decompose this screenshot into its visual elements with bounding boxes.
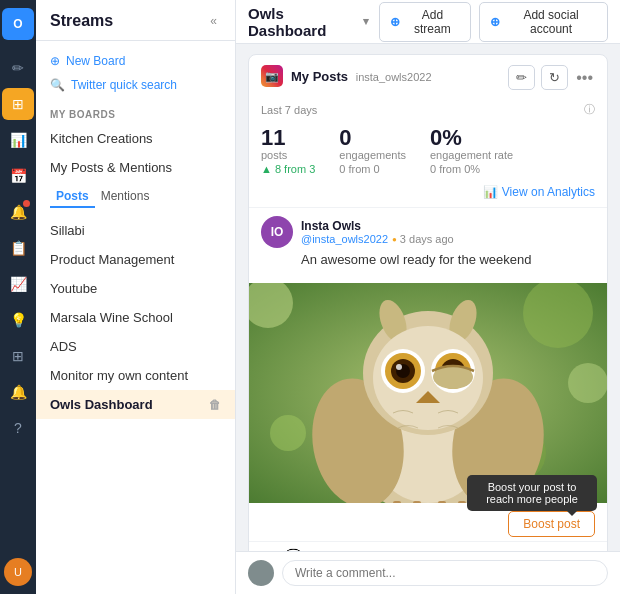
topbar-chevron-icon[interactable]: ▾ <box>363 15 369 28</box>
feed-area: 📷 My Posts insta_owls2022 ✏ ↻ ••• <box>236 44 620 551</box>
plus-icon: ⊕ <box>390 15 400 29</box>
comment-input[interactable] <box>282 560 608 586</box>
calendar-icon[interactable]: 📅 <box>2 160 34 192</box>
trending-icon[interactable]: 📈 <box>2 268 34 300</box>
post-time: ● 3 days ago <box>392 233 454 245</box>
app-logo[interactable]: O <box>2 8 34 40</box>
topbar: Owls Dashboard ▾ ⊕ Add stream ⊕ Add soci… <box>236 0 620 44</box>
tab-mentions[interactable]: Mentions <box>95 186 156 208</box>
grid-icon[interactable]: ⊞ <box>2 88 34 120</box>
stats-area: Last 7 days ⓘ 11 posts ▲ 8 from 3 0 enga… <box>249 98 607 208</box>
clipboard-icon[interactable]: 📋 <box>2 232 34 264</box>
sidebar-actions: ⊕ New Board 🔍 Twitter quick search <box>36 41 235 101</box>
post-image <box>248 283 608 503</box>
sidebar-item-youtube[interactable]: Youtube <box>36 274 235 303</box>
boost-tooltip: Boost your post to reach more people <box>467 475 597 511</box>
tab-posts[interactable]: Posts <box>50 186 95 208</box>
stat-posts: 11 posts ▲ 8 from 3 <box>261 125 315 175</box>
post-content: IO Insta Owls @insta_owls2022 ● 3 days a… <box>249 208 607 283</box>
edit-icon[interactable]: ✏ <box>2 52 34 84</box>
instagram-icon: 📷 <box>261 65 283 87</box>
dot-icon: ● <box>392 235 397 244</box>
post-card-actions: ✏ ↻ ••• <box>508 65 595 90</box>
bell-icon[interactable]: 🔔 <box>2 376 34 408</box>
post-text: An awesome owl ready for the weekend <box>301 252 595 267</box>
sidebar-item-my-posts-mentions[interactable]: My Posts & Mentions <box>36 153 235 182</box>
stats-row: 11 posts ▲ 8 from 3 0 engagements 0 from… <box>261 125 595 175</box>
topbar-right-actions: ⊕ Add stream ⊕ Add social account <box>379 2 608 42</box>
help-icon[interactable]: ? <box>2 412 34 444</box>
my-boards-label: MY BOARDS <box>36 101 235 124</box>
sidebar-title: Streams <box>50 12 113 30</box>
apps-icon[interactable]: ⊞ <box>2 340 34 372</box>
stats-info-icon[interactable]: ⓘ <box>584 102 595 117</box>
sidebar: Streams « ⊕ New Board 🔍 Twitter quick se… <box>36 0 236 594</box>
boost-post-button[interactable]: Boost post <box>508 511 595 537</box>
sidebar-item-kitchen-creations[interactable]: Kitchen Creations <box>36 124 235 153</box>
sidebar-item-marsala[interactable]: Marsala Wine School <box>36 303 235 332</box>
posts-mentions-nav: Posts Mentions <box>36 186 235 208</box>
post-card: 📷 My Posts insta_owls2022 ✏ ↻ ••• <box>248 54 608 551</box>
add-social-account-button[interactable]: ⊕ Add social account <box>479 2 608 42</box>
lightbulb-icon[interactable]: 💡 <box>2 304 34 336</box>
plus-icon: ⊕ <box>490 15 500 29</box>
more-options-button[interactable]: ••• <box>574 69 595 87</box>
view-analytics-area: 📊 View on Analytics <box>261 181 595 199</box>
stats-period: Last 7 days ⓘ <box>261 102 595 117</box>
sidebar-items-list: Kitchen Creations My Posts & Mentions Po… <box>36 124 235 594</box>
plus-icon: ⊕ <box>50 54 60 68</box>
sidebar-collapse-button[interactable]: « <box>206 12 221 30</box>
refresh-button[interactable]: ↻ <box>541 65 568 90</box>
main-area: Owls Dashboard ▾ ⊕ Add stream ⊕ Add soci… <box>236 0 620 594</box>
topbar-title: Owls Dashboard ▾ <box>248 5 369 39</box>
search-icon: 🔍 <box>50 78 65 92</box>
icon-bar: O ✏ ⊞ 📊 📅 🔔 📋 📈 💡 ⊞ 🔔 ? U <box>0 0 36 594</box>
sidebar-header: Streams « <box>36 0 235 41</box>
delete-icon[interactable]: 🗑 <box>209 398 221 412</box>
sidebar-item-sillabi[interactable]: Sillabi <box>36 216 235 245</box>
bar-chart-icon[interactable]: 📊 <box>2 124 34 156</box>
boost-area: Boost your post to reach more people Boo… <box>249 503 607 541</box>
post-footer: ♡ 💬 ••• <box>249 541 607 551</box>
post-author-row: IO Insta Owls @insta_owls2022 ● 3 days a… <box>261 216 595 248</box>
stat-engagement-rate: 0% engagement rate 0 from 0% <box>430 125 513 175</box>
comment-area <box>236 551 620 594</box>
sidebar-item-product-management[interactable]: Product Management <box>36 245 235 274</box>
sidebar-item-monitor[interactable]: Monitor my own content <box>36 361 235 390</box>
svg-point-4 <box>270 415 306 451</box>
sidebar-item-owls-dashboard[interactable]: Owls Dashboard 🗑 <box>36 390 235 419</box>
edit-button[interactable]: ✏ <box>508 65 535 90</box>
twitter-search-button[interactable]: 🔍 Twitter quick search <box>50 75 221 95</box>
bell-alert-icon[interactable]: 🔔 <box>2 196 34 228</box>
svg-point-3 <box>568 363 608 403</box>
post-avatar: IO <box>261 216 293 248</box>
add-stream-button[interactable]: ⊕ Add stream <box>379 2 472 42</box>
post-card-header: 📷 My Posts insta_owls2022 ✏ ↻ ••• <box>249 55 607 98</box>
sidebar-item-ads[interactable]: ADS <box>36 332 235 361</box>
analytics-chart-icon: 📊 <box>483 185 498 199</box>
svg-point-18 <box>396 364 402 370</box>
post-card-name: My Posts insta_owls2022 <box>291 69 432 84</box>
commenter-avatar <box>248 560 274 586</box>
avatar[interactable]: U <box>4 558 32 586</box>
post-card-title-row: 📷 My Posts insta_owls2022 <box>261 65 432 87</box>
post-card-identity: My Posts insta_owls2022 <box>291 69 432 84</box>
stat-engagements: 0 engagements 0 from 0 <box>339 125 406 175</box>
post-author-info: Insta Owls @insta_owls2022 ● 3 days ago <box>301 219 454 245</box>
view-analytics-button[interactable]: 📊 View on Analytics <box>261 185 595 199</box>
new-board-button[interactable]: ⊕ New Board <box>50 51 221 71</box>
